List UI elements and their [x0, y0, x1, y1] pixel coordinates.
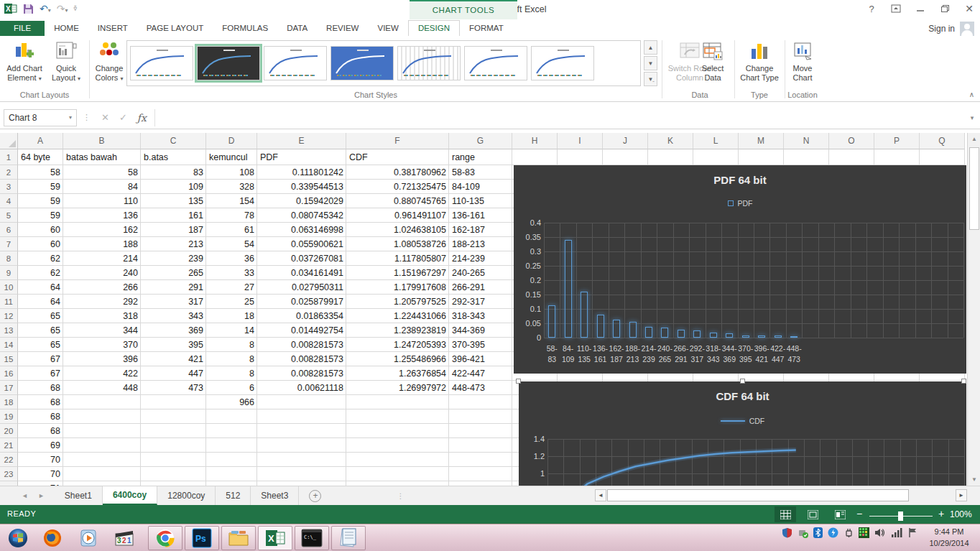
- start-button[interactable]: [6, 526, 30, 550]
- grid-cell-F14[interactable]: 1.247205393: [346, 338, 449, 352]
- chrome-icon[interactable]: [148, 526, 182, 550]
- grid-cell-G5[interactable]: 136-161: [449, 208, 512, 223]
- tab-design[interactable]: DESIGN: [408, 20, 460, 36]
- pdf-bar-344-369[interactable]: [726, 333, 733, 338]
- column-header-F[interactable]: F: [346, 133, 449, 149]
- grid-cell-A4[interactable]: 59: [18, 194, 63, 208]
- ribbon-display-options-icon[interactable]: [889, 2, 902, 15]
- row-header-23[interactable]: 23: [0, 467, 18, 481]
- sheet-tab-Sheet3[interactable]: Sheet3: [251, 486, 299, 505]
- row-header-15[interactable]: 15: [0, 352, 18, 366]
- row-header-22[interactable]: 22: [0, 453, 18, 467]
- grid-cell-A3[interactable]: 59: [18, 180, 63, 194]
- column-header-P[interactable]: P: [874, 133, 920, 149]
- formula-bar-expand-icon[interactable]: ▾: [964, 114, 980, 121]
- grid-cell-C2[interactable]: 83: [141, 165, 206, 180]
- grid-cell-A7[interactable]: 60: [18, 237, 63, 251]
- pdf-bar-266-291[interactable]: [678, 330, 685, 338]
- quick-layout-button[interactable]: QuickLayout ▾: [46, 40, 86, 83]
- column-header-L[interactable]: L: [693, 133, 739, 149]
- grid-cell-B11[interactable]: 292: [63, 295, 141, 309]
- grid-cell-G10[interactable]: 266-291: [449, 280, 512, 295]
- tab-view[interactable]: VIEW: [368, 21, 407, 36]
- grid-cell-E8[interactable]: 0.037267081: [257, 251, 346, 266]
- grid-cell-E5[interactable]: 0.080745342: [257, 208, 346, 223]
- row-header-6[interactable]: 6: [0, 223, 18, 237]
- column-header-B[interactable]: B: [63, 133, 141, 149]
- sheet-tab-512[interactable]: 512: [216, 486, 251, 505]
- action-center-flag-icon[interactable]: [907, 527, 918, 538]
- grid-cell-G15[interactable]: 396-421: [449, 352, 512, 366]
- grid-cell-D3[interactable]: 328: [206, 180, 257, 194]
- move-chart-button[interactable]: MoveChart: [786, 40, 819, 83]
- grid-cell-C12[interactable]: 343: [141, 309, 206, 323]
- grid-cell-F15[interactable]: 1.255486966: [346, 352, 449, 366]
- grid-cell-A11[interactable]: 64: [18, 295, 63, 309]
- power-plug-icon[interactable]: [843, 527, 854, 538]
- grid-cell-E14[interactable]: 0.008281573: [257, 338, 346, 352]
- grid-cell-G3[interactable]: 84-109: [449, 180, 512, 194]
- vertical-scroll-thumb[interactable]: [969, 147, 979, 230]
- help-icon[interactable]: ?: [865, 2, 878, 15]
- change-chart-type-button[interactable]: ChangeChart Type: [737, 40, 782, 83]
- pdf-bar-370-395[interactable]: [742, 335, 749, 338]
- tab-data[interactable]: DATA: [277, 21, 317, 36]
- signal-strength-icon[interactable]: [891, 527, 902, 538]
- row-header-4[interactable]: 4: [0, 194, 18, 208]
- bluetooth-icon[interactable]: [813, 527, 823, 538]
- pdf-bar-422-447[interactable]: [775, 335, 782, 338]
- row-header-11[interactable]: 11: [0, 295, 18, 309]
- vertical-scrollbar[interactable]: ▲ ▼: [967, 133, 980, 486]
- grid-cell-E16[interactable]: 0.008281573: [257, 366, 346, 381]
- grid-cell-B12[interactable]: 318: [63, 309, 141, 323]
- grid-cell-G17[interactable]: 448-473: [449, 381, 512, 395]
- grid-cell-A16[interactable]: 67: [18, 366, 63, 381]
- grid-cell-A23[interactable]: 70: [18, 467, 63, 481]
- horizontal-scroll-thumb[interactable]: [607, 489, 909, 501]
- security-shield-icon[interactable]: [782, 527, 792, 538]
- usb-device-icon[interactable]: [798, 527, 808, 538]
- grid-cell-E3[interactable]: 0.339544513: [257, 180, 346, 194]
- chart-selection-handle-2[interactable]: [961, 379, 966, 384]
- grid-cell-D4[interactable]: 154: [206, 194, 257, 208]
- grid-cell-A14[interactable]: 65: [18, 338, 63, 352]
- grid-cell-A1[interactable]: 64 byte: [18, 149, 63, 165]
- volume-icon[interactable]: [874, 527, 886, 538]
- grid-cell-F4[interactable]: 0.880745765: [346, 194, 449, 208]
- column-header-Q[interactable]: Q: [920, 133, 965, 149]
- grid-cell-C1[interactable]: b.atas: [141, 149, 206, 165]
- pdf-chart[interactable]: PDF 64 bitPDF00.050.10.150.20.250.30.350…: [514, 165, 966, 374]
- grid-cell-F1[interactable]: CDF: [346, 149, 449, 165]
- grid-cell-C11[interactable]: 317: [141, 295, 206, 309]
- restore-icon[interactable]: [938, 2, 951, 15]
- grid-cell-B17[interactable]: 448: [63, 381, 141, 395]
- media-player-classic-icon[interactable]: 321: [112, 526, 137, 550]
- page-layout-view-icon[interactable]: [802, 506, 823, 522]
- grid-cell-F5[interactable]: 0.961491107: [346, 208, 449, 223]
- grid-cell-A20[interactable]: 68: [18, 424, 63, 438]
- new-sheet-icon[interactable]: +: [309, 490, 321, 502]
- name-box[interactable]: Chart 8▾: [4, 109, 77, 126]
- tab-file[interactable]: FILE: [0, 21, 45, 36]
- row-header-13[interactable]: 13: [0, 323, 18, 338]
- grid-cell-B10[interactable]: 266: [63, 280, 141, 295]
- chart-style-4[interactable]: [330, 46, 394, 80]
- command-prompt-icon[interactable]: C:\_: [295, 526, 329, 550]
- column-header-G[interactable]: G: [449, 133, 512, 149]
- grid-cell-A18[interactable]: 68: [18, 395, 63, 409]
- grid-cell-A15[interactable]: 67: [18, 352, 63, 366]
- grid-cell-E17[interactable]: 0.00621118: [257, 381, 346, 395]
- row-header-16[interactable]: 16: [0, 366, 18, 381]
- grid-cell-G13[interactable]: 344-369: [449, 323, 512, 338]
- grid-cell-E9[interactable]: 0.034161491: [257, 266, 346, 280]
- zoom-slider-thumb[interactable]: [898, 511, 903, 521]
- pdf-bar-240-265[interactable]: [661, 328, 668, 338]
- file-explorer-icon[interactable]: [221, 526, 256, 550]
- row-header-7[interactable]: 7: [0, 237, 18, 251]
- grid-cell-B4[interactable]: 110: [63, 194, 141, 208]
- grid-cell-D5[interactable]: 78: [206, 208, 257, 223]
- grid-cell-E10[interactable]: 0.027950311: [257, 280, 346, 295]
- grid-cell-C3[interactable]: 109: [141, 180, 206, 194]
- firefox-icon[interactable]: [40, 526, 65, 550]
- grid-cell-A13[interactable]: 65: [18, 323, 63, 338]
